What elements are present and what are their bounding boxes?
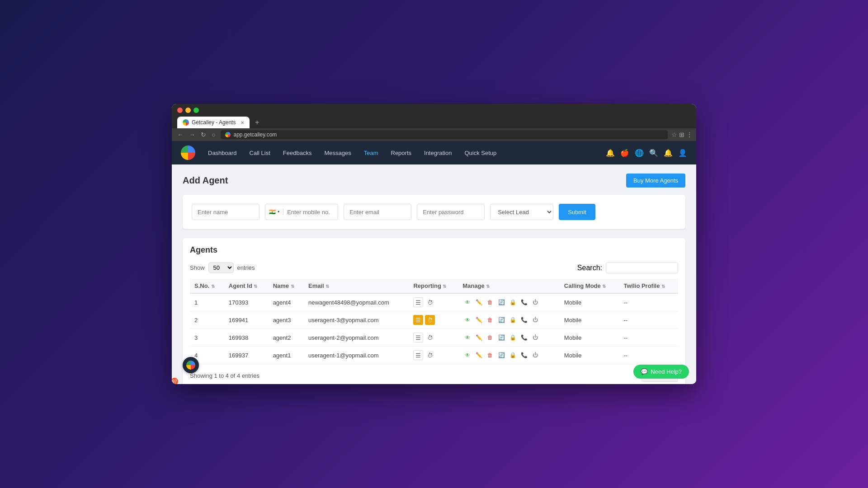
add-agent-form: 🇮🇳 • Select Lead Submit (183, 195, 685, 229)
search-input[interactable] (606, 262, 678, 273)
cell-reporting: ☰ ⏱ (409, 311, 458, 329)
list-report-icon[interactable]: ☰ (413, 350, 423, 360)
alert-icon[interactable]: 🔔 (664, 149, 673, 157)
user-icon[interactable]: 👤 (678, 149, 687, 157)
cell-reporting: ☰ ⏱ (409, 329, 458, 347)
apple-icon[interactable]: 🍎 (620, 149, 629, 157)
cell-email: useragent-2@yopmail.com (304, 329, 409, 347)
power-icon[interactable]: ⏻ (530, 297, 540, 307)
delete-icon[interactable]: 🗑 (485, 297, 495, 307)
refresh-icon[interactable]: 🔄 (496, 297, 506, 307)
nav-integration[interactable]: Integration (419, 146, 457, 160)
clock-report-icon[interactable]: ⏱ (425, 333, 435, 343)
extensions-icon[interactable]: ⊞ (679, 131, 684, 138)
lock-icon[interactable]: 🔒 (508, 297, 518, 307)
col-name: Name ⇅ (269, 279, 304, 293)
list-report-icon[interactable]: ☰ (413, 297, 423, 307)
list-report-icon[interactable]: ☰ (413, 333, 423, 343)
delete-icon[interactable]: 🗑 (485, 315, 495, 325)
tab-close-icon[interactable]: ✕ (241, 120, 244, 125)
cell-sno: 2 (190, 311, 224, 329)
power-icon[interactable]: ⏻ (530, 350, 540, 360)
clock-report-icon[interactable]: ⏱ (425, 350, 435, 360)
name-input[interactable] (192, 204, 259, 220)
cell-manage: 👁 ✏️ 🗑 🔄 🔒 📞 ⏻ (458, 329, 560, 347)
edit-icon[interactable]: ✏️ (474, 297, 484, 307)
view-icon[interactable]: 👁 (462, 333, 472, 343)
call-icon[interactable]: 📞 (519, 297, 529, 307)
col-sno: S.No. ⇅ (190, 279, 224, 293)
top-navigation: Dashboard Call List Feedbacks Messages T… (172, 141, 696, 164)
entries-label: entries (237, 264, 255, 271)
need-help-button[interactable]: 💬 Need Help? (633, 365, 689, 379)
delete-icon[interactable]: 🗑 (485, 333, 495, 343)
menu-icon[interactable]: ⋮ (686, 131, 693, 138)
select-lead-dropdown[interactable]: Select Lead (490, 204, 553, 220)
close-dot[interactable] (177, 108, 183, 113)
edit-icon[interactable]: ✏️ (474, 350, 484, 360)
clock-report-icon[interactable]: ⏱ (425, 315, 435, 325)
search-label: Search: (577, 264, 602, 272)
home-button[interactable]: ○ (210, 130, 217, 139)
col-manage: Manage ⇅ (458, 279, 560, 293)
buy-more-agents-button[interactable]: Buy More Agents (626, 174, 685, 188)
maximize-dot[interactable] (193, 108, 199, 113)
nav-items: Dashboard Call List Feedbacks Messages T… (203, 146, 606, 160)
back-button[interactable]: ← (175, 130, 185, 139)
forward-button[interactable]: → (187, 130, 197, 139)
view-icon[interactable]: 👁 (462, 315, 472, 325)
clock-report-icon[interactable]: ⏱ (425, 297, 435, 307)
nav-messages[interactable]: Messages (319, 146, 356, 160)
notification-bell-icon[interactable]: 🔔 (606, 149, 615, 157)
bookmark-icon[interactable]: ☆ (671, 131, 677, 138)
lock-icon[interactable]: 🔒 (508, 315, 518, 325)
table-row: 3 169938 agent2 useragent-2@yopmail.com … (190, 329, 678, 347)
power-icon[interactable]: ⏻ (530, 333, 540, 343)
edit-icon[interactable]: ✏️ (474, 333, 484, 343)
search-bar: Search: (577, 262, 678, 273)
minimize-dot[interactable] (185, 108, 191, 113)
table-controls: Show 50 10 25 100 entries Search: (190, 262, 678, 273)
table-row: 4 169937 agent1 useragent-1@yopmail.com … (190, 347, 678, 364)
call-icon[interactable]: 📞 (519, 315, 529, 325)
call-icon[interactable]: 📞 (519, 350, 529, 360)
address-bar: ← → ↻ ○ app.getcalley.com ☆ ⊞ ⋮ (172, 128, 696, 141)
lock-icon[interactable]: 🔒 (508, 333, 518, 343)
password-input[interactable] (417, 204, 485, 220)
globe-icon[interactable]: 🌐 (635, 149, 644, 157)
nav-feedbacks[interactable]: Feedbacks (278, 146, 317, 160)
nav-quick-setup[interactable]: Quick Setup (459, 146, 502, 160)
url-favicon (225, 132, 231, 137)
browser-tab[interactable]: Getcalley - Agents ✕ (177, 117, 250, 128)
nav-reports[interactable]: Reports (386, 146, 417, 160)
view-icon[interactable]: 👁 (462, 350, 472, 360)
tab-favicon (183, 119, 189, 126)
nav-team[interactable]: Team (359, 146, 384, 160)
refresh-icon[interactable]: 🔄 (496, 350, 506, 360)
delete-icon[interactable]: 🗑 (485, 350, 495, 360)
url-bar[interactable]: app.getcalley.com (221, 130, 668, 139)
call-icon[interactable]: 📞 (519, 333, 529, 343)
flag-prefix[interactable]: 🇮🇳 • (265, 209, 283, 215)
list-report-icon[interactable]: ☰ (413, 315, 423, 325)
refresh-icon[interactable]: 🔄 (496, 315, 506, 325)
lock-icon[interactable]: 🔒 (508, 350, 518, 360)
power-icon[interactable]: ⏻ (530, 315, 540, 325)
refresh-icon[interactable]: 🔄 (496, 333, 506, 343)
mobile-input[interactable] (283, 209, 338, 216)
email-input[interactable] (344, 204, 411, 220)
view-icon[interactable]: 👁 (462, 297, 472, 307)
nav-call-list[interactable]: Call List (244, 146, 276, 160)
footer-logo-badge (183, 357, 199, 373)
new-tab-button[interactable]: + (251, 119, 263, 126)
cell-twilio-profile: -- (619, 329, 678, 347)
entries-select[interactable]: 50 10 25 100 (208, 263, 234, 273)
search-icon[interactable]: 🔍 (649, 149, 658, 157)
edit-icon[interactable]: ✏️ (474, 315, 484, 325)
agents-section: Agents Show 50 10 25 100 entries Search (183, 238, 685, 384)
cell-agent-id: 169941 (224, 311, 269, 329)
submit-button[interactable]: Submit (559, 204, 595, 220)
nav-dashboard[interactable]: Dashboard (203, 146, 242, 160)
cell-sno: 3 (190, 329, 224, 347)
reload-button[interactable]: ↻ (199, 130, 208, 139)
